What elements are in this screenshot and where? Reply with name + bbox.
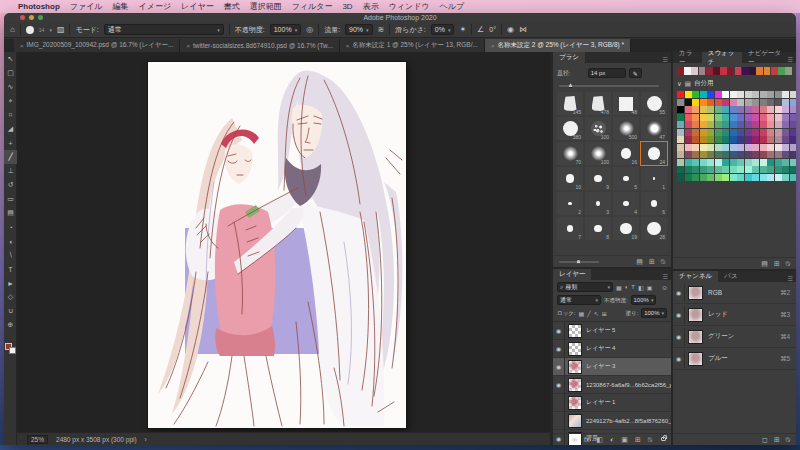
color-swatch[interactable] (752, 166, 759, 173)
color-swatch[interactable] (715, 91, 722, 98)
adjustment-layer-icon[interactable]: ◐ (610, 436, 614, 443)
color-swatch[interactable] (700, 99, 707, 106)
layer-thumbnail[interactable] (568, 360, 582, 374)
window-titlebar[interactable]: Adobe Photoshop 2020 (4, 13, 796, 22)
close-tab-icon[interactable]: × (346, 43, 350, 49)
color-swatch[interactable] (775, 174, 782, 181)
color-swatch[interactable] (782, 151, 789, 158)
filter-adjustment-icon[interactable]: ◐ (625, 284, 629, 291)
menu-item-11[interactable]: ヘルプ (440, 1, 465, 12)
visibility-eye-icon[interactable]: ◉ (673, 284, 685, 302)
color-swatch[interactable] (752, 151, 759, 158)
color-swatch[interactable] (700, 166, 707, 173)
brush-preset-70[interactable]: 70 (557, 142, 583, 165)
brush-preset-7[interactable]: 7 (557, 217, 583, 240)
color-swatch[interactable] (715, 99, 722, 106)
healing-tool[interactable]: + (4, 136, 17, 150)
color-swatch[interactable] (775, 151, 782, 158)
recent-swatch[interactable] (764, 67, 771, 75)
color-swatch[interactable] (775, 91, 782, 98)
color-swatch[interactable] (685, 114, 692, 121)
color-swatch[interactable] (790, 136, 797, 143)
color-swatch[interactable] (790, 174, 797, 181)
color-swatch[interactable] (775, 106, 782, 113)
brush-preset-icon[interactable] (26, 26, 34, 34)
menu-item-6[interactable]: 選択範囲 (250, 1, 282, 12)
layer-thumbnail[interactable] (568, 396, 582, 410)
color-swatch[interactable] (722, 159, 729, 166)
color-swatch[interactable] (707, 106, 714, 113)
brush-preset-3[interactable]: 3 (585, 192, 611, 215)
color-swatch[interactable] (760, 151, 767, 158)
color-swatch[interactable] (737, 151, 744, 158)
layer-thumbnail[interactable] (568, 414, 582, 428)
color-swatch[interactable] (790, 121, 797, 128)
color-swatch[interactable] (677, 129, 684, 136)
color-swatch[interactable] (707, 151, 714, 158)
layer-row-4[interactable]: レイヤー 1 (553, 394, 671, 412)
lock-artboard-icon[interactable]: ⊞ (602, 310, 607, 317)
visibility-eye-icon[interactable]: ◉ (553, 358, 565, 376)
color-swatch[interactable] (700, 136, 707, 143)
color-swatch[interactable] (760, 129, 767, 136)
close-tab-icon[interactable]: × (491, 43, 495, 49)
color-swatch[interactable] (775, 144, 782, 151)
layer-thumbnail[interactable] (568, 378, 582, 392)
brush-preset-500[interactable]: 500 (613, 117, 639, 140)
preset-size-slider[interactable] (559, 261, 599, 263)
chevron-down-icon[interactable]: ▾ (49, 27, 52, 33)
color-swatch[interactable] (730, 159, 737, 166)
color-swatch[interactable] (767, 99, 774, 106)
tab-color[interactable]: カラー (673, 52, 702, 63)
shape-tool[interactable]: ◇ (4, 290, 17, 304)
color-swatch[interactable] (745, 136, 752, 143)
color-swatch[interactable] (730, 114, 737, 121)
type-tool[interactable]: T (4, 262, 17, 276)
close-tab-icon[interactable]: × (186, 43, 190, 49)
brush-preset-5[interactable]: 5 (613, 167, 639, 190)
color-swatch[interactable] (730, 91, 737, 98)
color-swatch[interactable] (707, 129, 714, 136)
lasso-tool[interactable]: ∿ (4, 80, 17, 94)
color-swatch[interactable] (782, 166, 789, 173)
color-swatch[interactable] (760, 106, 767, 113)
color-swatch[interactable] (767, 136, 774, 143)
layer-row-0[interactable]: ◉レイヤー 5 (553, 322, 671, 340)
crop-tool[interactable]: ⌗ (4, 108, 17, 122)
color-swatch[interactable] (685, 144, 692, 151)
visibility-eye-icon[interactable]: ◉ (673, 350, 685, 368)
color-swatch[interactable] (760, 121, 767, 128)
color-swatch[interactable] (767, 129, 774, 136)
lock-transparent-icon[interactable]: ▦ (578, 310, 584, 317)
color-swatch[interactable] (760, 136, 767, 143)
color-swatch[interactable] (790, 144, 797, 151)
panel-menu-icon[interactable]: ☰ (663, 273, 668, 280)
new-channel-icon[interactable]: ⊞ (774, 436, 780, 444)
color-swatch[interactable] (775, 136, 782, 143)
color-swatch[interactable] (707, 91, 714, 98)
color-swatch[interactable] (760, 114, 767, 121)
color-swatch[interactable] (737, 159, 744, 166)
color-swatch[interactable] (707, 114, 714, 121)
canvas-area[interactable] (17, 52, 550, 432)
color-swatch[interactable] (767, 151, 774, 158)
color-swatch[interactable] (685, 166, 692, 173)
color-swatch[interactable] (677, 91, 684, 98)
color-swatch[interactable] (790, 106, 797, 113)
color-swatch[interactable] (737, 114, 744, 121)
color-swatch[interactable] (685, 106, 692, 113)
menu-item-9[interactable]: 表示 (363, 1, 379, 12)
clone-stamp-tool[interactable]: ⊥ (4, 164, 17, 178)
color-swatch[interactable] (760, 144, 767, 151)
color-swatch[interactable] (685, 121, 692, 128)
color-swatch[interactable] (730, 121, 737, 128)
brush-tool[interactable]: ╱ (4, 150, 17, 164)
color-swatch[interactable] (677, 106, 684, 113)
delete-icon[interactable]: ⍉ (786, 260, 790, 268)
brush-preset-478[interactable]: 478 (585, 92, 611, 115)
color-swatch[interactable] (760, 166, 767, 173)
color-swatch[interactable] (745, 99, 752, 106)
tab-navigator[interactable]: ナビゲーター (742, 52, 788, 63)
zoom-level-field[interactable]: 25% (27, 435, 48, 444)
color-swatch[interactable] (677, 99, 684, 106)
